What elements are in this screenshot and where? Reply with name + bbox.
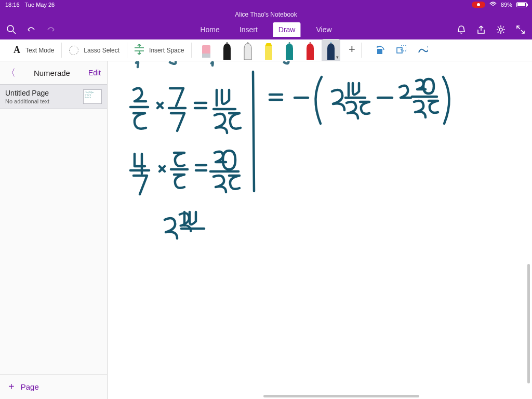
pen-navy-selected[interactable]: ▾ <box>322 39 340 61</box>
ink-to-math-icon[interactable] <box>418 45 428 56</box>
text-mode-button[interactable]: A Text Mode <box>6 39 61 61</box>
tab-insert[interactable]: Insert <box>235 23 262 36</box>
pen-red[interactable] <box>301 39 320 61</box>
tab-home[interactable]: Home <box>196 23 223 36</box>
page-subtitle: No additional text <box>5 98 79 104</box>
wifi-icon <box>489 2 497 8</box>
edit-button[interactable]: Edit <box>88 69 101 77</box>
divider <box>361 43 362 58</box>
share-icon[interactable] <box>476 24 486 35</box>
add-page-button[interactable]: + Page <box>0 374 107 399</box>
ribbon-tabs: Home Insert Draw View <box>196 22 336 37</box>
svg-point-2 <box>499 28 502 31</box>
note-canvas[interactable] <box>108 61 532 399</box>
redo-icon[interactable] <box>46 24 56 35</box>
undo-icon[interactable] <box>26 24 36 35</box>
vertical-scroll-indicator[interactable] <box>527 264 530 383</box>
ink-to-shape-icon[interactable] <box>396 45 406 56</box>
notifications-icon[interactable] <box>456 24 467 35</box>
divider <box>191 43 192 58</box>
app-header: Alice Thao's Notebook Home Insert Draw V… <box>0 9 532 39</box>
svg-rect-6 <box>202 54 210 58</box>
search-icon[interactable] <box>6 24 17 35</box>
pen-white[interactable] <box>238 39 257 61</box>
chevron-down-icon: ▾ <box>336 55 339 60</box>
main-area: 〈 Numerade Edit Untitled Page No additio… <box>0 61 532 399</box>
pen-highlighter-yellow[interactable] <box>259 39 278 61</box>
pen-teal[interactable] <box>280 39 299 61</box>
tab-view[interactable]: View <box>312 23 336 36</box>
pen-eraser[interactable] <box>197 39 216 61</box>
ios-status-bar: 18:16 Tue May 26 89% <box>0 0 532 9</box>
ink-divider <box>253 72 254 191</box>
svg-rect-9 <box>377 49 382 54</box>
tab-draw[interactable]: Draw <box>273 22 301 37</box>
plus-icon: + <box>349 43 355 56</box>
svg-rect-7 <box>265 46 272 60</box>
add-page-label: Page <box>21 382 39 391</box>
lasso-icon <box>69 46 78 55</box>
svg-point-0 <box>7 25 14 32</box>
lasso-select-button[interactable]: Lasso Select <box>62 39 127 61</box>
pen-palette: ▾ + <box>197 39 361 61</box>
svg-marker-8 <box>265 43 272 46</box>
ink-eq2 <box>130 151 240 194</box>
ink-eq1 <box>130 88 241 133</box>
svg-rect-11 <box>397 48 402 53</box>
handwriting-ink <box>108 61 532 399</box>
draw-toolbar: A Text Mode Lasso Select Insert Space <box>0 39 532 61</box>
page-title: Untitled Page <box>5 89 79 97</box>
page-list-item[interactable]: Untitled Page No additional text -¾-(-²⅝… <box>0 84 107 109</box>
settings-icon[interactable] <box>496 24 506 35</box>
fullscreen-icon[interactable] <box>515 24 526 35</box>
back-icon[interactable]: 〈 <box>6 66 16 79</box>
notebook-title: Alice Thao's Notebook <box>0 9 532 20</box>
screen-recording-indicator[interactable] <box>472 2 485 8</box>
page-thumbnail: -¾-(-²⅝)=¾·⅝·¾⅞·⅝·¾ <box>83 89 102 104</box>
text-mode-icon: A <box>14 45 20 56</box>
add-pen-button[interactable]: + <box>342 39 361 61</box>
status-date: Tue May 26 <box>25 2 55 8</box>
insert-space-icon <box>135 44 144 57</box>
shape-rotate-icon[interactable] <box>374 45 384 56</box>
battery-pct: 89% <box>501 2 512 8</box>
notebook-name[interactable]: Numerade <box>16 69 88 77</box>
ink-eq3 <box>165 212 204 238</box>
plus-icon: + <box>8 381 15 393</box>
horizontal-scroll-indicator[interactable] <box>263 395 419 397</box>
svg-line-1 <box>13 31 16 34</box>
page-sidebar: 〈 Numerade Edit Untitled Page No additio… <box>0 61 108 399</box>
battery-icon <box>516 2 527 7</box>
status-time: 18:16 <box>5 2 20 8</box>
insert-space-button[interactable]: Insert Space <box>127 39 191 61</box>
ink-eq-right <box>270 77 449 124</box>
pen-black[interactable] <box>218 39 236 61</box>
